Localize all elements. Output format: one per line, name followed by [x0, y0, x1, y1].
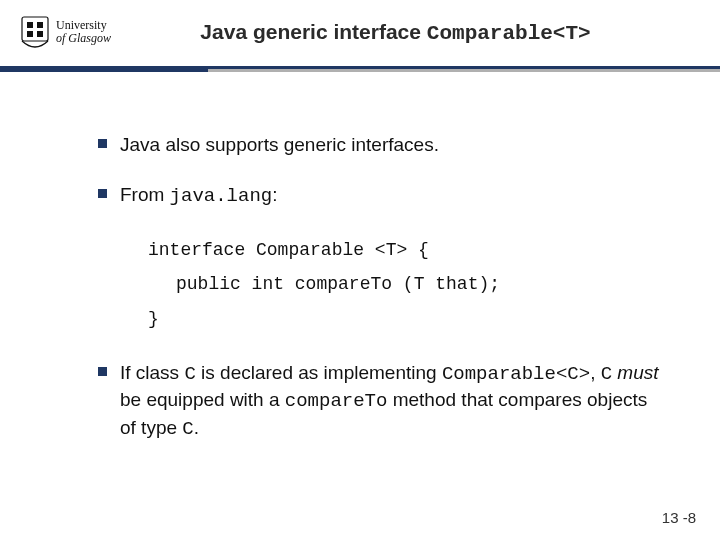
- crest-icon: [20, 13, 50, 51]
- title-prefix: Java generic interface: [200, 20, 426, 43]
- code-line-3: }: [148, 302, 660, 336]
- b3-end: .: [194, 417, 199, 438]
- bullet-3: If class C is declared as implementing C…: [120, 360, 660, 443]
- slide-number: 13 -8: [662, 509, 696, 526]
- b3-mid1: is declared as implementing: [196, 362, 442, 383]
- b3-mid3: be equipped with a: [120, 389, 285, 410]
- logo-line2: of Glasgow: [56, 32, 111, 45]
- code-line-1: interface Comparable <T> {: [148, 233, 660, 267]
- header-rule: [0, 66, 720, 72]
- b3-code3: compareTo: [285, 390, 388, 412]
- svg-rect-1: [27, 22, 33, 28]
- b3-c2: C: [601, 363, 612, 385]
- svg-rect-2: [37, 22, 43, 28]
- slide-title: Java generic interface Comparable<T>: [111, 20, 720, 45]
- svg-rect-3: [27, 31, 33, 37]
- bullet-1: Java also supports generic interfaces.: [120, 132, 660, 158]
- bullet-2: From java.lang:: [120, 182, 660, 210]
- title-code: Comparable<T>: [427, 22, 591, 45]
- bullet-1-text: Java also supports generic interfaces.: [120, 134, 439, 155]
- bullet-2-prefix: From: [120, 184, 170, 205]
- b3-c1: C: [184, 363, 195, 385]
- bullet-2-suffix: :: [272, 184, 277, 205]
- b3-must: must: [612, 362, 658, 383]
- svg-rect-0: [22, 17, 48, 41]
- slide-body: Java also supports generic interfaces. F…: [0, 72, 720, 443]
- bullet-2-code: java.lang: [170, 185, 273, 207]
- code-block: interface Comparable <T> {public int com…: [148, 233, 660, 336]
- slide-header: University of Glasgow Java generic inter…: [0, 0, 720, 64]
- university-logo: University of Glasgow: [20, 13, 111, 51]
- logo-text: University of Glasgow: [56, 19, 111, 45]
- b3-prefix: If class: [120, 362, 184, 383]
- svg-rect-4: [37, 31, 43, 37]
- b3-mid2: ,: [590, 362, 601, 383]
- b3-code2: Comparable<C>: [442, 363, 590, 385]
- b3-c3: C: [182, 418, 193, 440]
- code-line-2: public int compareTo (T that);: [148, 267, 660, 301]
